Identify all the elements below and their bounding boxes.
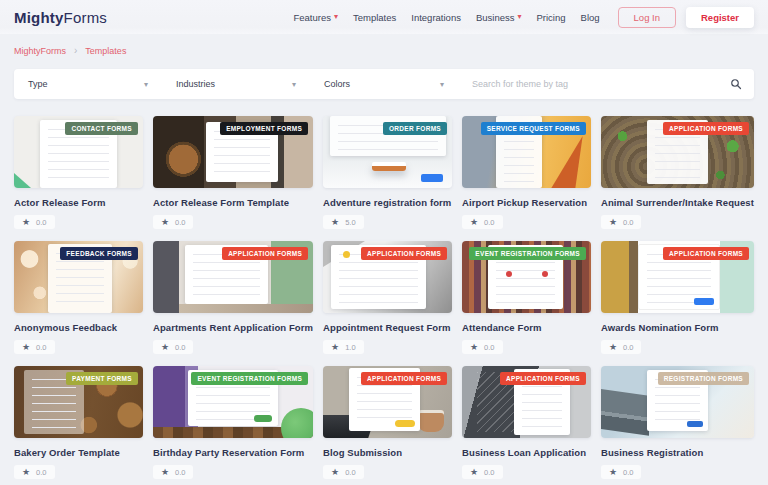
template-card[interactable]: APPLICATION FORMS Apartments Rent Applic… (153, 241, 313, 354)
template-card[interactable]: EMPLOYMENT FORMS Actor Release Form Temp… (153, 116, 313, 229)
register-button[interactable]: Register (686, 7, 754, 28)
category-badge: SERVICE REQUEST FORMS (481, 122, 586, 135)
chevron-down-icon: ▾ (292, 80, 296, 89)
nav-link-features[interactable]: Features ▾ (293, 12, 338, 23)
template-title[interactable]: Birthday Party Reservation Form (153, 447, 313, 458)
template-card[interactable]: SERVICE REQUEST FORMS Airport Pickup Res… (462, 116, 591, 229)
star-icon: ★ (22, 343, 30, 352)
logo-bold-part: Mighty (14, 9, 64, 26)
template-thumbnail[interactable]: APPLICATION FORMS (601, 241, 754, 313)
template-title[interactable]: Attendance Form (462, 322, 591, 333)
rating: ★ 0.0 (14, 465, 55, 479)
template-card[interactable]: ORDER FORMS Adventure registration form … (323, 116, 452, 229)
template-thumbnail[interactable]: APPLICATION FORMS (323, 366, 452, 438)
template-card[interactable]: REGISTRATION FORMS Business Registration… (601, 366, 754, 479)
rating: ★ 0.0 (153, 465, 194, 479)
rating: ★ 0.0 (462, 215, 503, 229)
nav-link-blog[interactable]: Blog (581, 12, 600, 23)
template-title[interactable]: Blog Submission (323, 447, 452, 458)
template-grid: CONTACT FORMS Actor Release Form ★ 0.0 E… (14, 116, 754, 479)
rating: ★ 0.0 (462, 340, 503, 354)
rating-value: 0.0 (175, 218, 185, 227)
nav-link-pricing[interactable]: Pricing (537, 12, 566, 23)
search-input[interactable] (470, 78, 730, 90)
template-thumbnail[interactable]: SERVICE REQUEST FORMS (462, 116, 591, 188)
template-title[interactable]: Apartments Rent Application Form (153, 322, 313, 333)
breadcrumb-home[interactable]: MightyForms (14, 46, 66, 56)
rating: ★ 0.0 (14, 215, 55, 229)
template-card[interactable]: CONTACT FORMS Actor Release Form ★ 0.0 (14, 116, 143, 229)
top-navbar: MightyForms Features ▾ Templates Integra… (0, 0, 768, 34)
template-card[interactable]: EVENT REGISTRATION FORMS Birthday Party … (153, 366, 313, 479)
template-thumbnail[interactable]: APPLICATION FORMS (462, 366, 591, 438)
template-thumbnail[interactable]: APPLICATION FORMS (153, 241, 313, 313)
template-card[interactable]: FEEDBACK FORMS Anonymous Feedback ★ 0.0 (14, 241, 143, 354)
nav-link-business[interactable]: Business ▾ (476, 12, 522, 23)
template-card[interactable]: APPLICATION FORMS Blog Submission ★ 0.0 (323, 366, 452, 479)
star-icon: ★ (470, 218, 478, 227)
rating-value: 0.0 (175, 468, 185, 477)
template-thumbnail[interactable]: EVENT REGISTRATION FORMS (153, 366, 313, 438)
star-icon: ★ (470, 343, 478, 352)
template-thumbnail[interactable]: REGISTRATION FORMS (601, 366, 754, 438)
template-card[interactable]: EVENT REGISTRATION FORMS Attendance Form… (462, 241, 591, 354)
logo-light-part: Forms (64, 9, 108, 26)
star-icon: ★ (161, 343, 169, 352)
rating-value: 0.0 (484, 343, 494, 352)
chevron-down-icon: ▾ (517, 13, 521, 21)
rating: ★ 0.0 (153, 340, 194, 354)
template-card[interactable]: PAYMENT FORMS Bakery Order Template ★ 0.… (14, 366, 143, 479)
template-thumbnail[interactable]: PAYMENT FORMS (14, 366, 143, 438)
rating: ★ 0.0 (323, 465, 364, 479)
template-card[interactable]: APPLICATION FORMS Awards Nomination Form… (601, 241, 754, 354)
mightyforms-logo[interactable]: MightyForms (14, 9, 107, 26)
rating-value: 1.0 (345, 343, 355, 352)
star-icon: ★ (609, 218, 617, 227)
breadcrumb: MightyForms › Templates (0, 34, 768, 69)
filter-dropdown-colors[interactable]: Colors ▾ (310, 69, 458, 99)
template-title[interactable]: Actor Release Form Template (153, 197, 313, 208)
template-card[interactable]: APPLICATION FORMS Appointment Request Fo… (323, 241, 452, 354)
template-title[interactable]: Business Registration (601, 447, 754, 458)
star-icon: ★ (22, 468, 30, 477)
category-badge: EVENT REGISTRATION FORMS (469, 247, 586, 260)
template-title[interactable]: Animal Surrender/Intake Request (601, 197, 754, 208)
login-button[interactable]: Log In (618, 7, 676, 28)
category-badge: REGISTRATION FORMS (658, 372, 749, 385)
template-thumbnail[interactable]: EVENT REGISTRATION FORMS (462, 241, 591, 313)
template-card[interactable]: APPLICATION FORMS Animal Surrender/Intak… (601, 116, 754, 229)
template-title[interactable]: Bakery Order Template (14, 447, 143, 458)
rating: ★ 0.0 (14, 340, 55, 354)
template-thumbnail[interactable]: EMPLOYMENT FORMS (153, 116, 313, 188)
category-badge: APPLICATION FORMS (361, 247, 447, 260)
template-title[interactable]: Awards Nomination Form (601, 322, 754, 333)
template-title[interactable]: Adventure registration form (323, 197, 452, 208)
filter-dropdown-industries[interactable]: Industries ▾ (162, 69, 310, 99)
filter-dropdown-type[interactable]: Type ▾ (14, 69, 162, 99)
template-thumbnail[interactable]: FEEDBACK FORMS (14, 241, 143, 313)
template-thumbnail[interactable]: APPLICATION FORMS (601, 116, 754, 188)
nav-link-integrations[interactable]: Integrations (411, 12, 461, 23)
category-badge: PAYMENT FORMS (66, 372, 138, 385)
template-title[interactable]: Appointment Request Form (323, 322, 452, 333)
category-badge: APPLICATION FORMS (361, 372, 447, 385)
template-title[interactable]: Actor Release Form (14, 197, 143, 208)
template-title[interactable]: Airport Pickup Reservation (462, 197, 591, 208)
nav-link-templates[interactable]: Templates (353, 12, 396, 23)
category-badge: FEEDBACK FORMS (60, 247, 138, 260)
search-icon[interactable] (730, 78, 742, 90)
template-thumbnail[interactable]: CONTACT FORMS (14, 116, 143, 188)
template-title[interactable]: Anonymous Feedback (14, 322, 143, 333)
rating-value: 0.0 (175, 343, 185, 352)
template-card[interactable]: APPLICATION FORMS Business Loan Applicat… (462, 366, 591, 479)
template-title[interactable]: Business Loan Application (462, 447, 591, 458)
category-badge: APPLICATION FORMS (663, 247, 749, 260)
rating: ★ 0.0 (462, 465, 503, 479)
breadcrumb-current[interactable]: Templates (85, 46, 126, 56)
rating-value: 0.0 (345, 468, 355, 477)
template-thumbnail[interactable]: APPLICATION FORMS (323, 241, 452, 313)
template-thumbnail[interactable]: ORDER FORMS (323, 116, 452, 188)
rating-value: 5.0 (345, 218, 355, 227)
rating-value: 0.0 (623, 468, 633, 477)
breadcrumb-separator-icon: › (74, 46, 77, 56)
